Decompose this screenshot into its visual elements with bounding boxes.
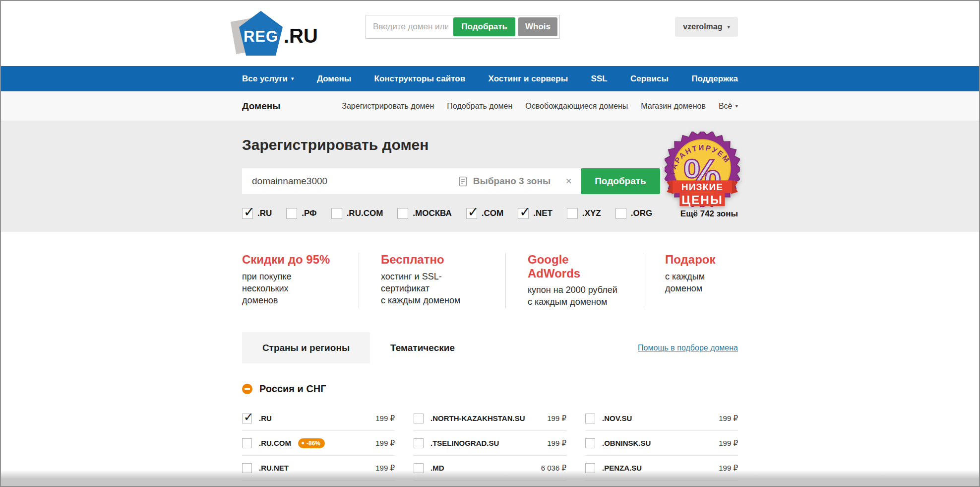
check-icon: ✓ (468, 204, 479, 220)
domain-price: 199 ₽ (719, 464, 738, 473)
check-icon: ✓ (244, 204, 255, 220)
checkbox-checked[interactable]: ✓ (466, 208, 477, 219)
zone-option[interactable]: .ORG (615, 208, 652, 219)
zone-option[interactable]: ✓.NET (518, 208, 552, 219)
checkbox[interactable] (585, 463, 595, 473)
check-icon: ✓ (519, 204, 531, 220)
domain-row[interactable]: .RU.COM-86%199 ₽ (242, 431, 395, 456)
more-zones-link[interactable]: Ещё 742 зоны (680, 209, 738, 219)
tab-thematic[interactable]: Тематические (370, 332, 475, 363)
benefit-body: с каждым доменом (665, 271, 738, 295)
domain-search-bar: Выбрано 3 зоны × Подобрать (242, 168, 660, 194)
checkbox-checked[interactable]: ✓ (242, 208, 253, 219)
checkbox[interactable] (414, 414, 424, 423)
subnav-link[interactable]: Подобрать домен (447, 102, 512, 111)
domain-zone-label: .RU (259, 414, 272, 422)
subnav-link[interactable]: Зарегистрировать домен (342, 102, 434, 111)
domain-price: 199 ₽ (547, 414, 566, 423)
checkbox[interactable] (585, 414, 595, 423)
nav-item[interactable]: Сервисы (630, 74, 669, 84)
clear-zones-icon[interactable]: × (565, 176, 572, 187)
checkbox[interactable] (585, 438, 595, 448)
subnav-more-link[interactable]: Всё▾ (719, 102, 738, 111)
zone-option[interactable]: .RU.COM (331, 208, 383, 219)
zone-option[interactable]: ✓.RU (242, 208, 272, 219)
domain-row[interactable]: .NOV.SU199 ₽ (585, 406, 738, 431)
checkbox[interactable] (567, 208, 578, 219)
logo-house-icon: REG (239, 11, 283, 56)
zone-option[interactable]: .РФ (286, 208, 316, 219)
domain-row[interactable]: .MD6 036 ₽ (414, 456, 566, 481)
checkbox[interactable] (414, 463, 424, 473)
domain-help-link[interactable]: Помощь в подборе домена (638, 344, 738, 352)
subnav-link[interactable]: Освобождающиеся домены (525, 102, 628, 111)
checkbox[interactable] (242, 463, 252, 473)
domain-price: 199 ₽ (719, 414, 738, 423)
nav-item[interactable]: Конструкторы сайтов (374, 74, 466, 84)
domain-row[interactable]: .NORTH-KAZAKHSTAN.SU199 ₽ (414, 406, 566, 431)
account-menu[interactable]: vzerolmag ▾ (675, 17, 738, 37)
checkbox[interactable] (397, 208, 408, 219)
domains-subnav: Домены Зарегистрировать доменПодобрать д… (1, 91, 979, 121)
domain-price: 199 ₽ (719, 439, 738, 448)
zone-option[interactable]: .XYZ (567, 208, 601, 219)
checkbox[interactable] (242, 438, 252, 448)
account-username: vzerolmag (683, 22, 722, 31)
nav-item[interactable]: Все услуги▾ (242, 74, 294, 84)
find-domain-button[interactable]: Подобрать (581, 168, 660, 194)
domain-row[interactable]: .RU.NET199 ₽ (242, 456, 395, 481)
zone-label: .XYZ (582, 209, 601, 218)
checkbox-checked[interactable]: ✓ (242, 414, 252, 423)
zone-selector[interactable]: Выбрано 3 зоны (451, 176, 558, 187)
subnav-link[interactable]: Магазин доменов (641, 102, 706, 111)
domain-grid: ✓.RU199 ₽.RU.COM-86%199 ₽.RU.NET199 ₽.NO… (242, 406, 738, 481)
domain-row[interactable]: .OBNINSK.SU199 ₽ (585, 431, 738, 456)
header-search: Подобрать Whois (366, 15, 560, 39)
region-title: Россия и СНГ (259, 383, 326, 395)
logo-reg-text: REG (244, 28, 278, 46)
checkbox[interactable] (331, 208, 342, 219)
subnav-title-domains[interactable]: Домены (242, 101, 280, 112)
chevron-down-icon: ▾ (727, 24, 730, 30)
checkbox-checked[interactable]: ✓ (518, 208, 529, 219)
discount-badge: -86% (298, 438, 325, 448)
checkbox[interactable] (615, 208, 626, 219)
regru-logo[interactable]: REG .RU (239, 11, 318, 56)
zone-option[interactable]: .МОСКВА (397, 208, 451, 219)
checkbox[interactable] (286, 208, 297, 219)
header-search-submit-button[interactable]: Подобрать (453, 17, 515, 36)
domain-price: 199 ₽ (375, 464, 395, 473)
zone-label: .RU (257, 209, 272, 218)
domain-name-input[interactable] (242, 176, 451, 187)
domain-column: ✓.RU199 ₽.RU.COM-86%199 ₽.RU.NET199 ₽ (242, 406, 395, 481)
domain-price: 199 ₽ (375, 439, 395, 448)
domain-zone-label: .RU.NET (259, 464, 289, 472)
domain-zone-label: .TSELINOGRAD.SU (430, 439, 499, 447)
domain-row[interactable]: .PENZA.SU199 ₽ (585, 456, 738, 481)
page-title: Зарегистрировать домен (242, 137, 429, 153)
zone-list-icon (459, 176, 467, 187)
domain-row[interactable]: .TSELINOGRAD.SU199 ₽ (414, 431, 566, 456)
zone-label: .COM (482, 209, 503, 218)
domain-zone-label: .NOV.SU (602, 414, 632, 422)
collapse-minus-icon[interactable] (242, 384, 252, 394)
header-search-input[interactable] (368, 22, 453, 32)
benefit: Бесплатнохостинг и SSL- сертификат с каж… (359, 253, 505, 308)
zone-label: .RU.COM (347, 209, 383, 218)
zone-option[interactable]: ✓.COM (466, 208, 503, 219)
tab-countries-regions[interactable]: Страны и регионы (242, 332, 370, 363)
domain-zone-label: .PENZA.SU (602, 464, 642, 472)
domain-column: .NORTH-KAZAKHSTAN.SU199 ₽.TSELINOGRAD.SU… (414, 406, 566, 481)
whois-button[interactable]: Whois (518, 17, 557, 36)
benefit-title: Google AdWords (528, 253, 643, 280)
domain-zone-label: .NORTH-KAZAKHSTAN.SU (430, 414, 525, 422)
domain-price: 199 ₽ (375, 414, 395, 423)
nav-item[interactable]: Поддержка (691, 74, 738, 84)
nav-item[interactable]: SSL (591, 74, 608, 84)
checkbox[interactable] (414, 438, 424, 448)
nav-item[interactable]: Домены (317, 74, 351, 84)
region-section-header: Россия и СНГ (242, 383, 738, 395)
chevron-down-icon: ▾ (291, 76, 294, 81)
domain-row[interactable]: ✓.RU199 ₽ (242, 406, 395, 431)
nav-item[interactable]: Хостинг и серверы (489, 74, 568, 84)
